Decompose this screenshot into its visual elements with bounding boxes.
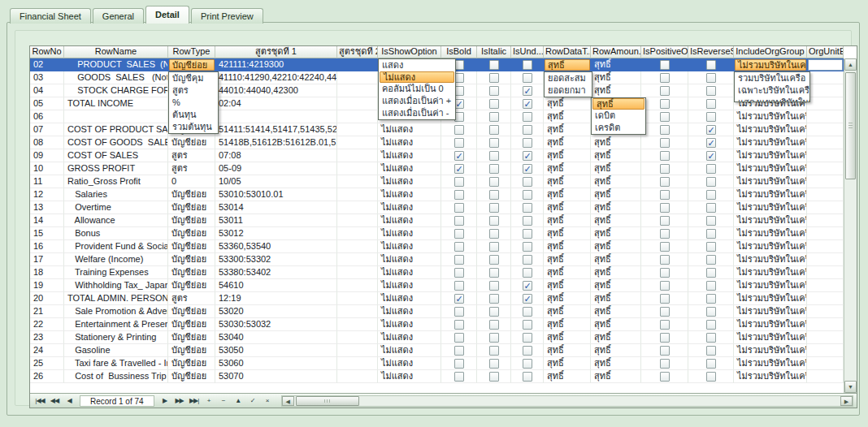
cell-f2[interactable] (337, 214, 378, 227)
checkbox-bold[interactable] (454, 281, 464, 291)
cell-no[interactable]: 11 (30, 175, 64, 188)
cell-org[interactable]: ไม่รวมบริษัทในเครือ (734, 123, 807, 136)
cell-rev[interactable] (688, 279, 734, 292)
cell-amount[interactable]: สุทธิ์ (591, 253, 641, 266)
checkbox-italic[interactable] (489, 203, 499, 213)
cell-name[interactable]: TOTAL INCOME (64, 97, 168, 110)
cell-italic[interactable] (477, 123, 511, 136)
cell-amount[interactable]: สุทธิ์ (591, 292, 641, 305)
cell-name[interactable]: GOODS SALES (Note 1, 3,... (64, 71, 168, 84)
cell-no[interactable]: 23 (30, 331, 64, 344)
column-header-org[interactable]: IncludeOrgGroup (734, 46, 807, 58)
checkbox-rev[interactable] (706, 359, 716, 369)
checkbox-rev[interactable] (706, 203, 716, 213)
cell-orgunit[interactable] (807, 331, 844, 344)
cell-und[interactable] (511, 253, 544, 266)
cell-no[interactable]: 26 (30, 370, 64, 383)
checkbox-pos[interactable] (660, 216, 670, 226)
cell-f2[interactable] (337, 97, 378, 110)
dropdown-item[interactable]: รวมต้นทุน (169, 121, 218, 133)
cell-type[interactable]: บัญชีย่อย (168, 214, 215, 227)
column-header-orgunit[interactable]: OrgUnitExp (807, 46, 844, 58)
cell-rev[interactable] (688, 188, 734, 201)
cell-amount[interactable]: สุทธิ์ (591, 214, 641, 227)
table-row-09[interactable]: 09COST OF SALESสูตร07:08ไม่แสดงสุทธิ์สุท… (30, 149, 844, 162)
checkbox-rev[interactable] (706, 320, 716, 330)
cell-dtype[interactable]: สุทธิ์ (544, 162, 591, 175)
cell-bold[interactable] (441, 370, 477, 383)
cell-no[interactable]: 06 (30, 110, 64, 123)
checkbox-und[interactable] (523, 190, 532, 200)
cell-show[interactable]: ไม่แสดง (378, 370, 441, 383)
cell-show[interactable]: ไม่แสดง (378, 253, 441, 266)
cell-f1[interactable]: 53011 (215, 214, 337, 227)
cell-und[interactable] (511, 97, 544, 110)
cell-show[interactable]: ไม่แสดง (378, 149, 441, 162)
cell-type[interactable]: 0 (168, 175, 215, 188)
checkbox-italic[interactable] (489, 372, 499, 382)
cell-rev[interactable] (688, 110, 734, 123)
cell-no[interactable]: 10 (30, 162, 64, 175)
dropdown-item[interactable]: เฉพาะบริษัทในเครือ (735, 84, 809, 97)
org-unit-exp-editor[interactable] (808, 59, 843, 71)
cell-no[interactable]: 14 (30, 214, 64, 227)
cell-amount[interactable]: สุทธิ์ (591, 188, 641, 201)
include-org-group-editor[interactable]: ไม่รวมบริษัทในเครือ (735, 59, 806, 71)
cell-type[interactable]: บัญชีย่อย (168, 279, 215, 292)
cell-bold[interactable] (441, 344, 477, 357)
cell-f2[interactable] (337, 266, 378, 279)
cell-dtype[interactable]: สุทธิ์ (544, 201, 591, 214)
cell-orgunit[interactable] (807, 188, 844, 201)
cell-name[interactable]: COST OF GOODS SALES (64, 136, 168, 149)
cell-und[interactable] (511, 331, 544, 344)
cell-name[interactable]: COST OF PRODUCT SALES (64, 123, 168, 136)
cell-dtype[interactable]: สุทธิ์ (544, 279, 591, 292)
cell-dtype[interactable]: สุทธิ์ (544, 149, 591, 162)
dropdown-item[interactable]: คอลัมน์ไม่เป็น 0 (379, 83, 455, 95)
cell-orgunit[interactable] (807, 253, 844, 266)
checkbox-pos[interactable] (660, 99, 670, 109)
cell-show[interactable]: ไม่แสดง (378, 188, 441, 201)
cell-orgunit[interactable] (807, 227, 844, 240)
cell-amount[interactable]: สุทธิ์ (591, 162, 641, 175)
cell-type[interactable]: สูตร (168, 162, 215, 175)
cell-pos[interactable] (641, 370, 688, 383)
cell-show[interactable]: ไม่แสดง (378, 201, 441, 214)
cell-name[interactable]: Withholding Tax_ Japanese (64, 279, 168, 292)
nav-next-page[interactable]: ▶▶ (172, 395, 187, 407)
cell-orgunit[interactable] (807, 149, 844, 162)
cell-type[interactable]: บัญชีย่อย (168, 370, 215, 383)
checkbox-pos[interactable] (660, 320, 670, 330)
cell-org[interactable]: ไม่รวมบริษัทในเครือ (734, 253, 807, 266)
cell-und[interactable] (511, 279, 544, 292)
cell-no[interactable]: 19 (30, 279, 64, 292)
dropdown-item[interactable]: สุทธิ์ (592, 98, 644, 110)
cell-bold[interactable] (441, 136, 477, 149)
cell-f1[interactable]: 53300:53302 (215, 253, 337, 266)
checkbox-und[interactable] (523, 320, 532, 330)
cell-name[interactable]: PRODUCT SALES (Note 2) (64, 58, 168, 71)
cell-pos[interactable] (641, 188, 688, 201)
cell-und[interactable] (511, 357, 544, 370)
cell-f1[interactable]: 07:08 (215, 149, 337, 162)
column-header-type[interactable]: RowType (168, 46, 215, 58)
cell-amount[interactable]: สุทธิ์ (591, 331, 641, 344)
nav-post[interactable]: ✓ (245, 395, 260, 407)
cell-no[interactable]: 04 (30, 84, 64, 97)
cell-org[interactable]: ไม่รวมบริษัทในเครือ (734, 201, 807, 214)
cell-f1[interactable]: 44010:44040,42300 (215, 84, 337, 97)
row-data-type-editor[interactable]: สุทธิ์ (545, 59, 590, 71)
cell-pos[interactable] (641, 266, 688, 279)
cell-type[interactable]: บัญชีย่อย (168, 240, 215, 253)
cell-amount[interactable]: สุทธิ์ (591, 266, 641, 279)
checkbox-rev[interactable] (706, 138, 716, 148)
checkbox-italic[interactable] (489, 359, 499, 369)
cell-italic[interactable] (477, 97, 511, 110)
cell-dtype[interactable]: สุทธิ์ (544, 227, 591, 240)
cell-orgunit[interactable] (807, 318, 844, 331)
table-row-16[interactable]: 16 Provident Fund & Social Ins...บัญชีย่… (30, 240, 844, 253)
cell-italic[interactable] (477, 188, 511, 201)
cell-und[interactable] (511, 201, 544, 214)
cell-und[interactable] (511, 162, 544, 175)
cell-amount[interactable]: สุทธิ์ (591, 318, 641, 331)
